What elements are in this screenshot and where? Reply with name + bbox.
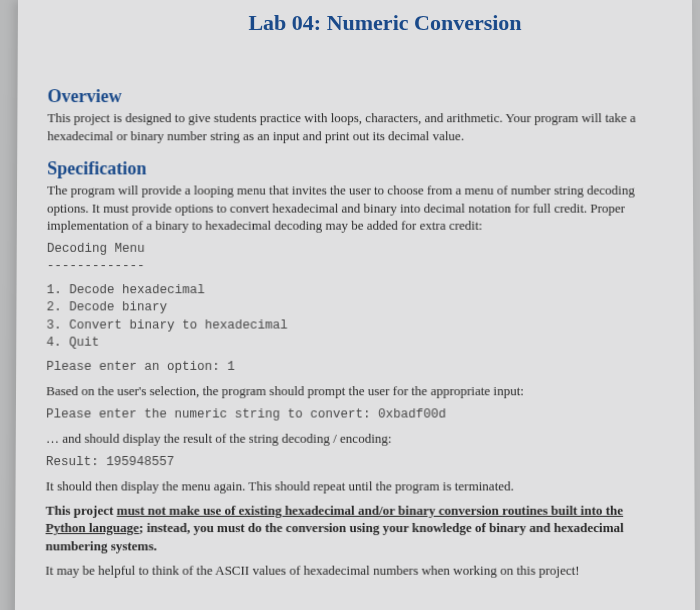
document-page: Lab 04: Numeric Conversion Overview This… bbox=[15, 0, 696, 610]
overview-heading: Overview bbox=[48, 86, 663, 107]
hint-text: It may be helpful to think of the ASCII … bbox=[45, 561, 664, 579]
after-selection-text: Based on the user's selection, the progr… bbox=[46, 382, 664, 400]
menu-header: Decoding Menu bbox=[47, 241, 663, 259]
lab-title: Lab 04: Numeric Conversion bbox=[48, 10, 662, 36]
menu-items: 1. Decode hexadecimal 2. Decode binary 3… bbox=[46, 282, 663, 353]
result-line: Result: 195948557 bbox=[46, 454, 664, 472]
prompt-option: Please enter an option: 1 bbox=[46, 359, 663, 377]
restriction-pre: This project bbox=[46, 503, 117, 518]
specification-heading: Specification bbox=[47, 158, 663, 179]
repeat-line: It should then display the menu again. T… bbox=[46, 478, 665, 496]
display-line: … and should display the result of the s… bbox=[46, 430, 664, 448]
specification-intro: The program will provide a looping menu … bbox=[47, 182, 663, 235]
menu-divider: ------------- bbox=[47, 258, 664, 276]
restriction-paragraph: This project must not make use of existi… bbox=[45, 502, 664, 555]
overview-text: This project is designed to give student… bbox=[47, 109, 662, 144]
prompt-numeric: Please enter the numeric string to conve… bbox=[46, 406, 664, 424]
